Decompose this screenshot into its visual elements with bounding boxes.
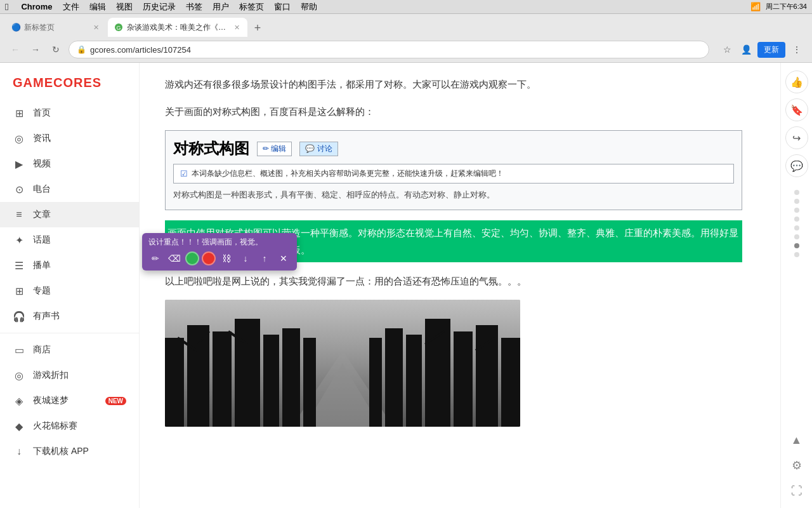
- sidebar-item-tournament[interactable]: ◆ 火花锦标赛: [0, 413, 139, 439]
- svg-rect-12: [501, 338, 520, 427]
- share-button[interactable]: ↪: [785, 126, 808, 149]
- sidebar-label-tournament: 火花锦标赛: [33, 420, 77, 432]
- menu-chrome[interactable]: Chrome: [21, 2, 52, 11]
- annotation-toolbar[interactable]: 设计重点！！！强调画面，视觉。 ✏ ⌫ ⛓ ↓ ↑ ✕: [142, 233, 297, 271]
- svg-rect-7: [213, 331, 232, 427]
- sidebar-label-article: 文章: [33, 209, 51, 220]
- sidebar-item-video[interactable]: ▶ 视频: [0, 151, 139, 177]
- menu-bookmarks[interactable]: 书签: [186, 1, 202, 13]
- playlist-icon: ☰: [13, 259, 25, 272]
- ann-close-tool[interactable]: ✕: [275, 250, 292, 267]
- wiki-box: 对称式构图 ✏ 编辑 💬 讨论 ☑ 本词条缺少信息栏、概述图，补充相关内容帮助词…: [165, 130, 742, 210]
- sidebar-label-special: 专题: [33, 285, 51, 297]
- sidebar-item-home[interactable]: ⊞ 首页: [0, 100, 139, 126]
- scroll-dot-1[interactable]: [794, 190, 799, 195]
- audiobook-icon: 🎧: [13, 310, 25, 323]
- svg-rect-18: [369, 338, 382, 427]
- annotation-label-text: 设计重点！！！强调画面，视觉。: [147, 237, 292, 248]
- menu-tabs[interactable]: 标签页: [239, 1, 264, 13]
- back-button[interactable]: ←: [8, 42, 23, 57]
- menu-user[interactable]: 用户: [213, 1, 229, 13]
- like-button[interactable]: 👍: [785, 70, 808, 93]
- menu-view[interactable]: 视图: [116, 1, 133, 13]
- tab-article[interactable]: G 杂谈游戏美术：唯美之作《Gris... ✕: [108, 18, 247, 37]
- main-content: 游戏内还有很多很多场景设计的构图手法，都采用了对称。大家可以在游戏内观察一下。 …: [140, 63, 780, 508]
- menu-edit[interactable]: 编辑: [89, 1, 106, 13]
- tab-favicon-newtab: 🔵: [11, 23, 20, 32]
- tab-close-article[interactable]: ✕: [232, 23, 241, 32]
- tab-newtab[interactable]: 🔵 新标签页 ✕: [5, 18, 107, 37]
- ann-up-arrow-tool[interactable]: ↑: [256, 250, 273, 267]
- video-icon: ▶: [13, 157, 25, 170]
- sidebar-item-shop[interactable]: ▭ 商店: [0, 337, 139, 363]
- mac-menubar:  Chrome 文件 编辑 视图 历史记录 书签 用户 标签页 窗口 帮助 📶…: [0, 0, 812, 14]
- shop-icon: ▭: [13, 344, 25, 356]
- sidebar-item-nightcity[interactable]: ◈ 夜城迷梦 NEW: [0, 388, 139, 413]
- wiki-content1: 对称式构图是一种图表形式，具有平衡、稳定、相呼应的特点。有动态对称、静止对称。: [173, 189, 734, 202]
- bookmark-icon[interactable]: ☆: [719, 42, 735, 57]
- sidebar-logo[interactable]: GAMECORES: [0, 70, 139, 100]
- sidebar-label-playlist: 播单: [33, 260, 51, 271]
- ann-link-tool[interactable]: ⛓: [218, 250, 235, 267]
- ann-pencil-tool[interactable]: ✏: [147, 250, 164, 267]
- tv-icon: ⊙: [13, 183, 25, 196]
- menu-file[interactable]: 文件: [63, 1, 79, 13]
- ann-red-dot[interactable]: [202, 251, 216, 265]
- reload-button[interactable]: ↻: [48, 42, 63, 57]
- scroll-top-button[interactable]: ▲: [787, 430, 807, 450]
- sidebar-item-article[interactable]: ≡ 文章: [0, 202, 139, 227]
- menu-help[interactable]: 帮助: [301, 1, 317, 13]
- scroll-dot-2[interactable]: [794, 199, 799, 204]
- sidebar-item-topic[interactable]: ✦ 话题: [0, 227, 139, 253]
- svg-rect-10: [282, 328, 300, 427]
- scroll-dot-7[interactable]: [794, 243, 799, 248]
- profile-icon[interactable]: 👤: [738, 42, 754, 57]
- sidebar-item-audiobook[interactable]: 🎧 有声书: [0, 304, 139, 329]
- sidebar-item-playlist[interactable]: ☰ 播单: [0, 253, 139, 278]
- right-bottom: ▲ ⚙ ⛶: [787, 430, 807, 501]
- home-icon: ⊞: [13, 107, 25, 119]
- sidebar-item-tv[interactable]: ⊙ 电台: [0, 177, 139, 202]
- svg-text:G: G: [116, 25, 121, 31]
- menu-history[interactable]: 历史记录: [143, 1, 176, 13]
- article-icon: ≡: [13, 208, 25, 221]
- sidebar-item-news[interactable]: ◎ 资讯: [0, 126, 139, 151]
- apple-menu[interactable]: : [5, 1, 8, 12]
- url-bar[interactable]: 🔒 gcores.com/articles/107254: [69, 41, 709, 58]
- ann-down-arrow-tool[interactable]: ↓: [237, 250, 254, 267]
- comment-button[interactable]: 💬: [785, 154, 808, 177]
- scroll-dot-3[interactable]: [794, 208, 799, 213]
- menu-window[interactable]: 窗口: [274, 1, 291, 13]
- svg-rect-11: [303, 338, 316, 427]
- settings-icon[interactable]: ⚙: [787, 455, 807, 476]
- sidebar-label-home: 首页: [33, 107, 51, 119]
- tournament-icon: ◆: [13, 420, 25, 432]
- article-para3: 以上吧啦吧啦是网上说的，其实我觉得漏了一点：用的合适还有恐怖压迫的气氛。。。: [165, 272, 742, 290]
- tab-close-newtab[interactable]: ✕: [91, 23, 100, 32]
- update-button[interactable]: 更新: [757, 42, 785, 58]
- menu-dots-icon[interactable]: ⋮: [789, 42, 804, 57]
- svg-rect-13: [476, 325, 498, 427]
- ann-green-dot[interactable]: [185, 251, 199, 265]
- article-para1: 游戏内还有很多很多场景设计的构图手法，都采用了对称。大家可以在游戏内观察一下。: [165, 76, 742, 93]
- wiki-notice-text: 本词条缺少信息栏、概述图，补充相关内容帮助词条更完整，还能快速升级，赶紧来编辑吧…: [192, 168, 504, 179]
- sidebar-item-download[interactable]: ↓ 下载机核 APP: [0, 439, 139, 464]
- time-display: 周二下午6:34: [766, 2, 807, 11]
- new-tab-button[interactable]: +: [249, 19, 266, 37]
- annotation-tools: ✏ ⌫ ⛓ ↓ ↑ ✕: [147, 250, 292, 267]
- wiki-discuss-button[interactable]: 💬 讨论: [299, 142, 337, 156]
- scroll-dot-4[interactable]: [794, 217, 799, 222]
- bookmark-button[interactable]: 🔖: [785, 98, 808, 121]
- sidebar-item-special[interactable]: ⊞ 专题: [0, 278, 139, 304]
- fullscreen-icon[interactable]: ⛶: [787, 481, 807, 501]
- scroll-indicators: [794, 190, 799, 257]
- ann-eraser-tool[interactable]: ⌫: [166, 250, 183, 267]
- scroll-dot-8[interactable]: [794, 252, 799, 257]
- scroll-dot-5[interactable]: [794, 225, 799, 231]
- forward-button[interactable]: →: [28, 42, 43, 57]
- scroll-dot-6[interactable]: [794, 234, 799, 239]
- sidebar-label-news: 资讯: [33, 133, 51, 144]
- sidebar-item-discount[interactable]: ◎ 游戏折扣: [0, 363, 139, 388]
- download-icon: ↓: [13, 445, 25, 458]
- wiki-edit-button[interactable]: ✏ 编辑: [257, 142, 292, 156]
